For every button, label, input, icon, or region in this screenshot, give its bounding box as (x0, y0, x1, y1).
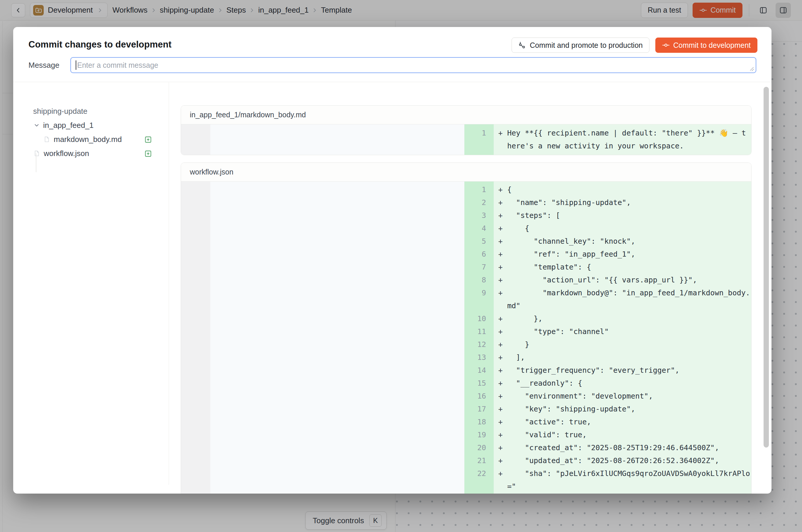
commit-and-promote-button[interactable]: Commit and promote to production (511, 38, 650, 53)
old-line-gutter (181, 182, 210, 494)
file-name: markdown_body.md (54, 135, 122, 144)
line-number: 4 (464, 222, 494, 235)
diff-line: 5 + "channel_key": "knock", (464, 235, 751, 248)
diff-added-sign: + (494, 183, 507, 196)
diff-line: 20 + "created_at": "2025-08-25T19:29:46.… (464, 441, 751, 454)
sidebar-group-in-app-feed-1[interactable]: in_app_feed_1 (33, 118, 169, 132)
split-diff: 1 + Hey **{{ recipient.name | default: "… (181, 125, 751, 155)
diff-line: 17 + "key": "shipping-update", (464, 403, 751, 416)
diff-added-sign: + (494, 287, 507, 312)
diff-line: 18 + "active": true, (464, 416, 751, 429)
diff-line-content: "template": { (507, 261, 750, 273)
group-label: in_app_feed_1 (43, 121, 94, 130)
line-number: 22 (464, 467, 494, 493)
diff-line: 6 + "ref": "in_app_feed_1", (464, 248, 751, 261)
changed-files-sidebar: shipping-update in_app_feed_1 markdown_b… (13, 82, 169, 494)
line-number: 21 (464, 454, 494, 467)
diff-new-side: 1 + { 2 + "name": "shipping-update", 3 +… (464, 182, 751, 494)
commit-to-development-button[interactable]: Commit to development (655, 38, 758, 53)
diff-added-sign: + (494, 127, 507, 152)
diff-added-sign: + (494, 493, 507, 494)
diff-added-sign: + (494, 338, 507, 351)
diff-line-content: "type": "channel" (507, 325, 750, 338)
line-number: 1 (464, 127, 494, 152)
diff-panel-title: workflow.json (181, 163, 751, 182)
modal-title: Commit changes to development (29, 39, 171, 50)
diff-added-sign: + (494, 261, 507, 273)
diff-added-sign: + (494, 312, 507, 325)
file-name: workflow.json (44, 149, 89, 158)
file-added-badge-icon (144, 149, 152, 158)
diff-panel-markdown-body: in_app_feed_1/markdown_body.md 1 + Hey *… (181, 105, 751, 155)
diff-added-sign: + (494, 196, 507, 209)
modal-scrollbar-thumb[interactable] (764, 87, 769, 448)
diff-added-sign: + (494, 273, 507, 287)
line-number: 11 (464, 325, 494, 338)
plus-square-icon (144, 150, 152, 158)
line-number: 23 (464, 493, 494, 494)
diff-line-content: } (507, 338, 750, 351)
diff-line-content: { (507, 222, 750, 235)
old-content-empty (210, 182, 464, 494)
diff-line-content: "__readonly": { (507, 377, 750, 390)
line-number: 10 (464, 312, 494, 325)
diff-line: 11 + "type": "channel" (464, 325, 751, 338)
modal-header: Commit changes to development Commit and… (13, 27, 771, 82)
diff-old-side (181, 125, 464, 155)
diff-added-sign: + (494, 351, 507, 364)
line-number: 14 (464, 364, 494, 377)
diff-line: 15 + "__readonly": { (464, 377, 751, 390)
sidebar-workflow-root: shipping-update (33, 104, 169, 118)
diff-line-content: "active": true, (507, 416, 750, 429)
message-placeholder: Enter a commit message (77, 61, 158, 70)
diff-line: 16 + "environment": "development", (464, 390, 751, 403)
commit-and-promote-label: Commit and promote to production (530, 41, 643, 50)
diff-panel-workflow-json: workflow.json 1 + { 2 + "name": "shippin… (181, 163, 751, 494)
promote-branch-icon (518, 41, 526, 49)
commit-message-input[interactable]: Enter a commit message (70, 57, 756, 73)
old-content-empty (210, 125, 464, 155)
commit-to-development-label: Commit to development (673, 41, 751, 50)
diff-line: 22 + "sha": "pJeLVir6xIlUCMGqs9qroZoUAVD… (464, 467, 751, 493)
line-number: 8 (464, 273, 494, 287)
diff-line-content: "created_at": "2025-08-25T19:29:46.64450… (507, 441, 750, 454)
file-icon (43, 136, 50, 143)
diff-added-sign: + (494, 325, 507, 338)
diff-old-side (181, 182, 464, 494)
diff-line: 14 + "trigger_frequency": "every_trigger… (464, 364, 751, 377)
commit-icon (662, 41, 670, 49)
line-number: 1 (464, 183, 494, 196)
app-screen: Development Workflows shipping-update St… (0, 0, 802, 532)
diff-line: 7 + "template": { (464, 261, 751, 273)
resize-grip-icon[interactable] (749, 66, 754, 71)
diff-added-sign: + (494, 403, 507, 416)
diff-viewer: in_app_feed_1/markdown_body.md 1 + Hey *… (169, 82, 771, 494)
line-number: 3 (464, 209, 494, 222)
diff-line-content: } (507, 493, 750, 494)
line-number: 6 (464, 248, 494, 261)
diff-new-side: 1 + Hey **{{ recipient.name | default: "… (464, 125, 751, 155)
diff-line-content: Hey **{{ recipient.name | default: "ther… (507, 127, 750, 152)
diff-added-sign: + (494, 390, 507, 403)
added-lines: 1 + Hey **{{ recipient.name | default: "… (464, 125, 751, 155)
line-number: 5 (464, 235, 494, 248)
diff-line-content: "sha": "pJeLVir6xIlUCMGqs9qroZoUAVDSwA0y… (507, 467, 750, 493)
diff-panel-title: in_app_feed_1/markdown_body.md (181, 106, 751, 125)
diff-line-content: "trigger_frequency": "every_trigger", (507, 364, 750, 377)
diff-added-sign: + (494, 429, 507, 441)
diff-added-sign: + (494, 467, 507, 493)
diff-added-sign: + (494, 441, 507, 454)
diff-line-content: "markdown_body@": "in_app_feed_1/markdow… (507, 287, 750, 312)
diff-added-sign: + (494, 416, 507, 429)
diff-added-sign: + (494, 248, 507, 261)
line-number: 12 (464, 338, 494, 351)
diff-line-content: "action_url": "{{ vars.app_url }}", (507, 273, 750, 287)
file-added-badge-icon (144, 135, 152, 144)
diff-added-sign: + (494, 454, 507, 467)
diff-line-content: "updated_at": "2025-08-26T20:26:52.36400… (507, 454, 750, 467)
diff-line: 4 + { (464, 222, 751, 235)
diff-line-content: "channel_key": "knock", (507, 235, 750, 248)
diff-line-content: ], (507, 351, 750, 364)
diff-added-sign: + (494, 209, 507, 222)
diff-added-sign: + (494, 222, 507, 235)
